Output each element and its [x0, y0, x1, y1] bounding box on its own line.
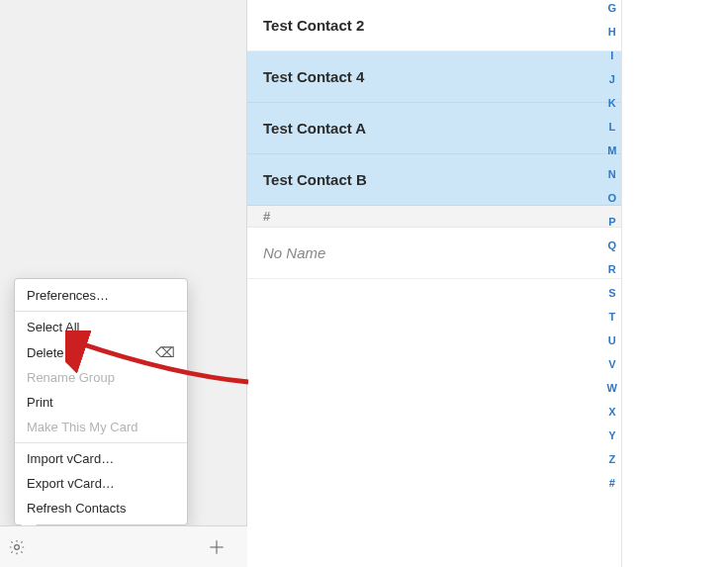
alpha-index-item[interactable]: T — [608, 311, 615, 323]
menu-select-all-label: Select All — [27, 320, 79, 334]
alpha-index-item[interactable]: I — [610, 49, 613, 61]
sidebar-bottom-bar — [0, 525, 247, 567]
menu-separator — [15, 442, 187, 443]
contacts-list: Test Contact 2 Test Contact 4 Test Conta… — [247, 0, 622, 567]
alpha-index-item[interactable]: K — [608, 97, 616, 109]
menu-export-vcard-label: Export vCard… — [27, 476, 115, 491]
contact-name: Test Contact B — [263, 171, 367, 188]
alpha-index-item[interactable]: M — [607, 144, 616, 156]
alpha-index: G H I J K L M N O P Q R S T U V W X Y Z … — [607, 2, 617, 489]
contact-name-noname: No Name — [263, 244, 325, 261]
alpha-index-item[interactable]: J — [609, 73, 615, 85]
alpha-index-item[interactable]: V — [608, 358, 615, 370]
menu-separator — [15, 311, 187, 312]
menu-import-vcard-label: Import vCard… — [27, 451, 114, 466]
menu-rename-group-label: Rename Group — [27, 370, 115, 385]
sidebar: Preferences… Select All Delete ⌫ Rename … — [0, 0, 247, 567]
svg-point-0 — [15, 544, 20, 549]
alpha-index-item[interactable]: L — [608, 121, 615, 133]
section-header-hash: # — [247, 206, 621, 228]
menu-print[interactable]: Print — [15, 390, 187, 415]
alpha-index-item[interactable]: # — [609, 477, 615, 489]
alpha-index-item[interactable]: Y — [608, 429, 615, 441]
menu-preferences[interactable]: Preferences… — [15, 283, 187, 308]
contact-name: Test Contact 2 — [263, 17, 364, 34]
backspace-icon: ⌫ — [155, 344, 175, 360]
contact-name: Test Contact 4 — [263, 68, 364, 85]
detail-pane — [622, 0, 728, 567]
alpha-index-item[interactable]: U — [608, 334, 616, 346]
alpha-index-item[interactable]: X — [608, 406, 615, 418]
alpha-index-item[interactable]: O — [608, 192, 617, 204]
gear-icon — [8, 538, 26, 556]
alpha-index-item[interactable]: Q — [608, 239, 617, 251]
context-menu: Preferences… Select All Delete ⌫ Rename … — [14, 278, 188, 525]
menu-make-card: Make This My Card — [15, 415, 187, 439]
menu-export-vcard[interactable]: Export vCard… — [15, 471, 187, 496]
contact-row-noname[interactable]: No Name — [247, 228, 621, 279]
alpha-index-item[interactable]: Z — [608, 453, 615, 465]
contact-row[interactable]: Test Contact B — [247, 154, 621, 206]
add-button[interactable] — [200, 526, 233, 567]
menu-delete-label: Delete — [27, 345, 64, 360]
alpha-index-item[interactable]: H — [608, 26, 616, 38]
menu-print-label: Print — [27, 395, 53, 410]
section-header-label: # — [263, 209, 270, 224]
menu-import-vcard[interactable]: Import vCard… — [15, 446, 187, 471]
menu-delete[interactable]: Delete ⌫ — [15, 339, 187, 365]
contact-row[interactable]: Test Contact A — [247, 103, 621, 154]
menu-refresh-label: Refresh Contacts — [27, 501, 126, 516]
alpha-index-item[interactable]: W — [607, 382, 617, 394]
alpha-index-item[interactable]: R — [608, 263, 616, 275]
menu-select-all[interactable]: Select All — [15, 315, 187, 339]
menu-preferences-label: Preferences… — [27, 288, 109, 303]
alpha-index-item[interactable]: N — [608, 168, 616, 180]
contact-row[interactable]: Test Contact 4 — [247, 51, 621, 103]
contact-name: Test Contact A — [263, 120, 366, 137]
plus-icon — [207, 537, 227, 557]
menu-make-card-label: Make This My Card — [27, 420, 137, 434]
alpha-index-item[interactable]: G — [608, 2, 617, 14]
alpha-index-item[interactable]: S — [608, 287, 615, 299]
menu-rename-group: Rename Group — [15, 365, 187, 390]
contact-row[interactable]: Test Contact 2 — [247, 0, 621, 51]
menu-refresh[interactable]: Refresh Contacts — [15, 496, 187, 520]
alpha-index-item[interactable]: P — [608, 216, 615, 228]
settings-button[interactable] — [0, 526, 34, 568]
app-root: Preferences… Select All Delete ⌫ Rename … — [0, 0, 728, 567]
